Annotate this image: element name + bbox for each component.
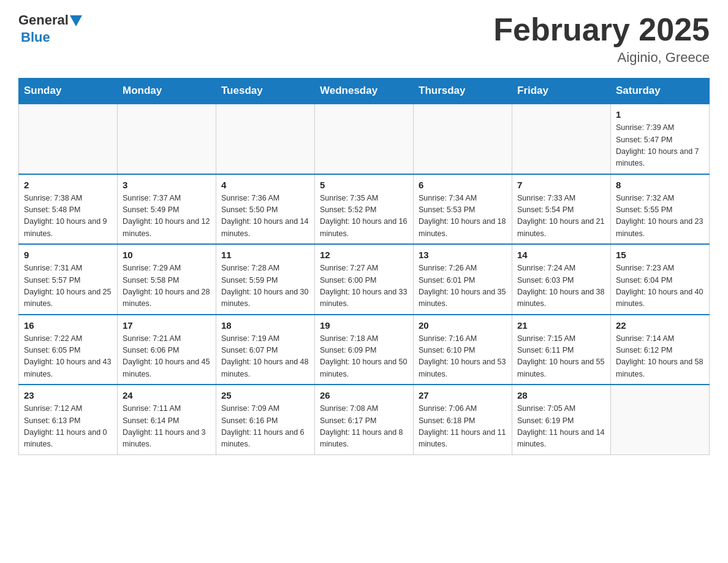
calendar-cell [118, 104, 216, 174]
logo: General Blue [18, 12, 83, 45]
day-info: Sunrise: 7:39 AMSunset: 5:47 PMDaylight:… [616, 122, 704, 170]
day-number: 17 [123, 320, 211, 331]
calendar-cell: 18Sunrise: 7:19 AMSunset: 6:07 PMDayligh… [216, 315, 315, 385]
day-number: 19 [320, 320, 408, 331]
day-number: 22 [616, 320, 704, 331]
day-number: 13 [419, 250, 507, 260]
day-info: Sunrise: 7:05 AMSunset: 6:19 PMDaylight:… [517, 403, 605, 451]
day-info: Sunrise: 7:06 AMSunset: 6:18 PMDaylight:… [419, 403, 507, 451]
day-number: 25 [221, 390, 309, 400]
day-number: 4 [221, 180, 309, 190]
day-info: Sunrise: 7:26 AMSunset: 6:01 PMDaylight:… [419, 262, 507, 310]
day-number: 18 [221, 320, 309, 331]
calendar-cell: 14Sunrise: 7:24 AMSunset: 6:03 PMDayligh… [512, 244, 611, 315]
day-info: Sunrise: 7:12 AMSunset: 6:13 PMDaylight:… [24, 403, 112, 451]
day-number: 16 [24, 320, 112, 331]
calendar-cell: 4Sunrise: 7:36 AMSunset: 5:50 PMDaylight… [216, 174, 315, 245]
day-number: 9 [24, 250, 112, 260]
day-number: 1 [616, 109, 704, 120]
calendar-table: SundayMondayTuesdayWednesdayThursdayFrid… [18, 78, 710, 455]
calendar-cell: 5Sunrise: 7:35 AMSunset: 5:52 PMDaylight… [315, 174, 414, 245]
calendar-cell [611, 385, 710, 454]
day-number: 5 [320, 180, 408, 190]
day-number: 28 [517, 390, 605, 400]
day-info: Sunrise: 7:27 AMSunset: 6:00 PMDaylight:… [320, 262, 408, 310]
title-block: February 2025 Aiginio, Greece [493, 12, 710, 66]
day-info: Sunrise: 7:11 AMSunset: 6:14 PMDaylight:… [123, 403, 211, 451]
calendar-cell: 3Sunrise: 7:37 AMSunset: 5:49 PMDaylight… [118, 174, 216, 245]
day-info: Sunrise: 7:38 AMSunset: 5:48 PMDaylight:… [24, 193, 112, 240]
calendar-header-sunday: Sunday [19, 79, 118, 104]
calendar-week-row: 1Sunrise: 7:39 AMSunset: 5:47 PMDaylight… [19, 104, 710, 174]
page-header: General Blue February 2025 Aiginio, Gree… [18, 12, 710, 66]
logo-arrow-icon [70, 15, 82, 26]
day-info: Sunrise: 7:35 AMSunset: 5:52 PMDaylight:… [320, 193, 408, 240]
day-number: 20 [419, 320, 507, 331]
day-number: 12 [320, 250, 408, 260]
calendar-header-friday: Friday [512, 79, 611, 104]
day-number: 7 [517, 180, 605, 190]
calendar-cell: 10Sunrise: 7:29 AMSunset: 5:58 PMDayligh… [118, 244, 216, 315]
day-number: 15 [616, 250, 704, 260]
day-number: 23 [24, 390, 112, 400]
day-info: Sunrise: 7:19 AMSunset: 6:07 PMDaylight:… [221, 333, 309, 381]
calendar-week-row: 16Sunrise: 7:22 AMSunset: 6:05 PMDayligh… [19, 315, 710, 385]
calendar-cell [216, 104, 315, 174]
calendar-week-row: 9Sunrise: 7:31 AMSunset: 5:57 PMDaylight… [19, 244, 710, 315]
calendar-header-tuesday: Tuesday [216, 79, 315, 104]
calendar-cell: 16Sunrise: 7:22 AMSunset: 6:05 PMDayligh… [19, 315, 118, 385]
calendar-header-saturday: Saturday [611, 79, 710, 104]
day-number: 26 [320, 390, 408, 400]
calendar-cell [19, 104, 118, 174]
day-info: Sunrise: 7:37 AMSunset: 5:49 PMDaylight:… [123, 193, 211, 240]
day-number: 21 [517, 320, 605, 331]
calendar-cell: 9Sunrise: 7:31 AMSunset: 5:57 PMDaylight… [19, 244, 118, 315]
day-info: Sunrise: 7:31 AMSunset: 5:57 PMDaylight:… [24, 262, 112, 310]
calendar-cell: 8Sunrise: 7:32 AMSunset: 5:55 PMDaylight… [611, 174, 710, 245]
day-info: Sunrise: 7:18 AMSunset: 6:09 PMDaylight:… [320, 333, 408, 381]
day-info: Sunrise: 7:23 AMSunset: 6:04 PMDaylight:… [616, 262, 704, 310]
calendar-cell: 7Sunrise: 7:33 AMSunset: 5:54 PMDaylight… [512, 174, 611, 245]
day-info: Sunrise: 7:16 AMSunset: 6:10 PMDaylight:… [419, 333, 507, 381]
calendar-header-thursday: Thursday [414, 79, 512, 104]
day-info: Sunrise: 7:21 AMSunset: 6:06 PMDaylight:… [123, 333, 211, 381]
day-info: Sunrise: 7:09 AMSunset: 6:16 PMDaylight:… [221, 403, 309, 451]
calendar-cell: 2Sunrise: 7:38 AMSunset: 5:48 PMDaylight… [19, 174, 118, 245]
calendar-cell: 1Sunrise: 7:39 AMSunset: 5:47 PMDaylight… [611, 104, 710, 174]
calendar-cell [512, 104, 611, 174]
day-info: Sunrise: 7:14 AMSunset: 6:12 PMDaylight:… [616, 333, 704, 381]
calendar-cell: 11Sunrise: 7:28 AMSunset: 5:59 PMDayligh… [216, 244, 315, 315]
calendar-cell: 26Sunrise: 7:08 AMSunset: 6:17 PMDayligh… [315, 385, 414, 454]
calendar-cell: 28Sunrise: 7:05 AMSunset: 6:19 PMDayligh… [512, 385, 611, 454]
calendar-cell: 25Sunrise: 7:09 AMSunset: 6:16 PMDayligh… [216, 385, 315, 454]
day-number: 8 [616, 180, 704, 190]
calendar-cell: 24Sunrise: 7:11 AMSunset: 6:14 PMDayligh… [118, 385, 216, 454]
calendar-cell: 6Sunrise: 7:34 AMSunset: 5:53 PMDaylight… [414, 174, 512, 245]
logo-general-text: General [18, 12, 69, 28]
calendar-cell: 20Sunrise: 7:16 AMSunset: 6:10 PMDayligh… [414, 315, 512, 385]
calendar-cell: 17Sunrise: 7:21 AMSunset: 6:06 PMDayligh… [118, 315, 216, 385]
day-info: Sunrise: 7:29 AMSunset: 5:58 PMDaylight:… [123, 262, 211, 310]
day-info: Sunrise: 7:15 AMSunset: 6:11 PMDaylight:… [517, 333, 605, 381]
calendar-cell: 23Sunrise: 7:12 AMSunset: 6:13 PMDayligh… [19, 385, 118, 454]
calendar-cell: 21Sunrise: 7:15 AMSunset: 6:11 PMDayligh… [512, 315, 611, 385]
day-number: 24 [123, 390, 211, 400]
calendar-cell: 12Sunrise: 7:27 AMSunset: 6:00 PMDayligh… [315, 244, 414, 315]
day-info: Sunrise: 7:08 AMSunset: 6:17 PMDaylight:… [320, 403, 408, 451]
month-title: February 2025 [493, 12, 710, 47]
day-number: 6 [419, 180, 507, 190]
location: Aiginio, Greece [493, 50, 710, 66]
calendar-cell [315, 104, 414, 174]
calendar-cell: 19Sunrise: 7:18 AMSunset: 6:09 PMDayligh… [315, 315, 414, 385]
logo-blue-text: Blue [21, 29, 50, 45]
day-info: Sunrise: 7:36 AMSunset: 5:50 PMDaylight:… [221, 193, 309, 240]
calendar-header-wednesday: Wednesday [315, 79, 414, 104]
calendar-week-row: 2Sunrise: 7:38 AMSunset: 5:48 PMDaylight… [19, 174, 710, 245]
day-number: 10 [123, 250, 211, 260]
calendar-cell: 27Sunrise: 7:06 AMSunset: 6:18 PMDayligh… [414, 385, 512, 454]
calendar-cell: 15Sunrise: 7:23 AMSunset: 6:04 PMDayligh… [611, 244, 710, 315]
day-info: Sunrise: 7:24 AMSunset: 6:03 PMDaylight:… [517, 262, 605, 310]
day-info: Sunrise: 7:33 AMSunset: 5:54 PMDaylight:… [517, 193, 605, 240]
day-number: 3 [123, 180, 211, 190]
calendar-cell: 22Sunrise: 7:14 AMSunset: 6:12 PMDayligh… [611, 315, 710, 385]
